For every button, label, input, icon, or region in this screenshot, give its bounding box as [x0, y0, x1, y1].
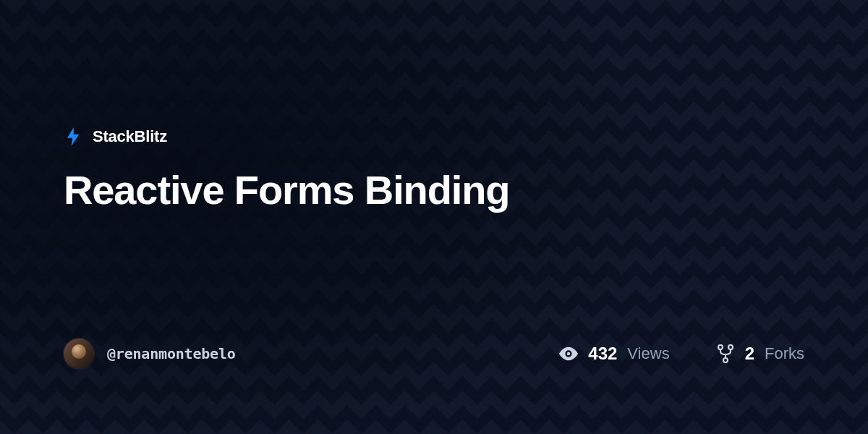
views-stat: 432 Views — [559, 344, 669, 364]
views-label: Views — [627, 344, 669, 363]
forks-value: 2 — [745, 344, 754, 364]
bolt-icon — [64, 127, 82, 146]
author-username: @renanmontebelo — [107, 345, 236, 362]
fork-icon — [716, 344, 735, 363]
brand-name: StackBlitz — [93, 127, 167, 146]
svg-point-1 — [567, 352, 571, 356]
forks-label: Forks — [765, 344, 804, 363]
brand-row: StackBlitz — [64, 127, 804, 146]
footer-row: @renanmontebelo 432 Views — [64, 339, 804, 434]
svg-point-3 — [728, 345, 733, 349]
svg-point-4 — [723, 358, 728, 362]
author[interactable]: @renanmontebelo — [64, 339, 236, 369]
stats: 432 Views 2 Forks — [559, 344, 804, 364]
svg-point-2 — [718, 345, 723, 349]
forks-stat: 2 Forks — [716, 344, 804, 364]
avatar — [64, 339, 94, 369]
eye-icon — [559, 344, 578, 363]
project-title: Reactive Forms Binding — [64, 168, 804, 213]
views-value: 432 — [588, 344, 617, 364]
